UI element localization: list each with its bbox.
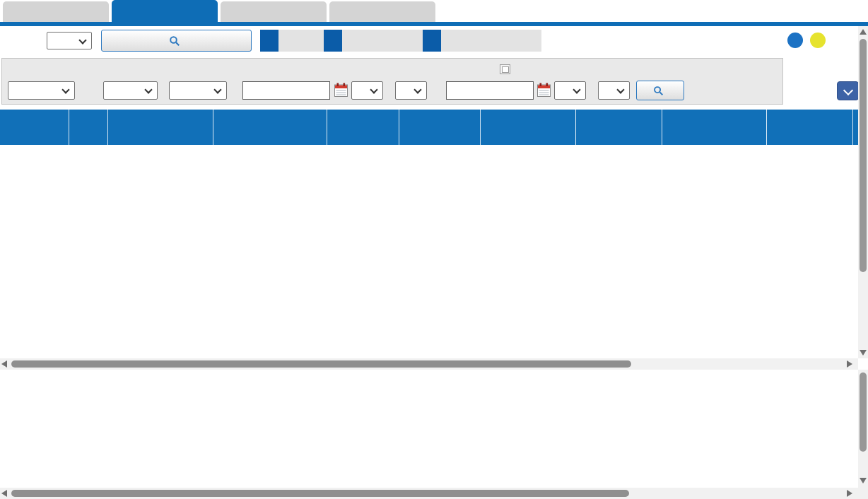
side-select[interactable]	[103, 81, 158, 100]
header-pl[interactable]	[662, 110, 767, 145]
header-side[interactable]	[69, 110, 108, 145]
summary-strip	[260, 30, 541, 52]
total-pl-value	[342, 30, 423, 52]
warning-icon[interactable]	[810, 33, 826, 48]
date-from-input[interactable]	[242, 81, 330, 100]
total-pl-pips-badge	[423, 30, 441, 52]
tab-underline-bar	[0, 22, 868, 26]
header-jpy-rate[interactable]	[576, 110, 662, 145]
minute-to-select[interactable]	[598, 81, 630, 100]
calendar-icon[interactable]	[334, 83, 348, 97]
older-history-link[interactable]	[495, 64, 510, 74]
scrollbar-corner	[858, 488, 868, 499]
vertical-scrollbar-upper	[858, 26, 868, 358]
scroll-left-arrow-icon[interactable]	[1, 490, 7, 497]
header-trade-type[interactable]	[327, 110, 399, 145]
scroll-right-arrow-icon[interactable]	[847, 490, 852, 497]
header-exec-rate[interactable]	[399, 110, 481, 145]
table-body-upper	[0, 145, 858, 358]
search-icon	[169, 35, 180, 47]
hour-to-select[interactable]	[554, 81, 586, 100]
header-filler	[853, 110, 858, 145]
collapse-panel-button[interactable]	[837, 81, 859, 100]
tab-csv-export[interactable]	[329, 1, 435, 22]
search-filter-panel	[1, 58, 783, 105]
date-to-input[interactable]	[446, 81, 534, 100]
trade-type-select[interactable]	[169, 81, 227, 100]
execution-count-value	[278, 30, 324, 52]
calendar-icon[interactable]	[537, 83, 551, 97]
scroll-down-arrow-icon[interactable]	[860, 350, 867, 356]
show-search-conditions-button[interactable]	[101, 30, 252, 52]
vertical-scrollbar-lower	[858, 370, 868, 488]
scroll-down-arrow-icon[interactable]	[860, 478, 867, 483]
external-window-icon	[500, 64, 510, 74]
table-body-lower	[0, 371, 858, 488]
horizontal-scrollbar-bottom	[0, 488, 858, 499]
display-count-select[interactable]	[47, 32, 92, 49]
hour-from-select[interactable]	[351, 81, 383, 100]
vertical-scroll-thumb[interactable]	[860, 39, 867, 272]
horizontal-scrollbar-middle	[0, 358, 858, 370]
execution-history-screen	[0, 0, 868, 499]
header-order-number[interactable]	[108, 110, 213, 145]
tab-deposit-withdrawal[interactable]	[221, 1, 327, 22]
tab-execution-history[interactable]	[112, 0, 218, 22]
header-currency-pair[interactable]	[0, 110, 69, 145]
horizontal-scroll-thumb[interactable]	[11, 490, 629, 497]
tab-bar	[0, 0, 868, 22]
help-icon[interactable]	[787, 33, 803, 48]
header-pl-pips[interactable]	[767, 110, 853, 145]
header-exec-qty[interactable]	[481, 110, 576, 145]
total-pl-badge	[324, 30, 342, 52]
scroll-right-arrow-icon[interactable]	[847, 360, 852, 368]
total-pl-pips-value	[441, 30, 541, 52]
tab-order-history[interactable]	[3, 1, 109, 22]
scroll-up-arrow-icon[interactable]	[860, 29, 867, 35]
search-button[interactable]	[636, 81, 684, 100]
table-header	[0, 110, 858, 145]
search-icon	[653, 86, 664, 96]
horizontal-scroll-thumb[interactable]	[11, 360, 631, 368]
vertical-scroll-thumb[interactable]	[860, 372, 867, 452]
scroll-left-arrow-icon[interactable]	[1, 360, 7, 368]
currency-pair-select[interactable]	[8, 81, 75, 100]
header-exec-datetime[interactable]	[213, 110, 327, 145]
execution-count-badge	[260, 30, 278, 52]
minute-from-select[interactable]	[395, 81, 427, 100]
